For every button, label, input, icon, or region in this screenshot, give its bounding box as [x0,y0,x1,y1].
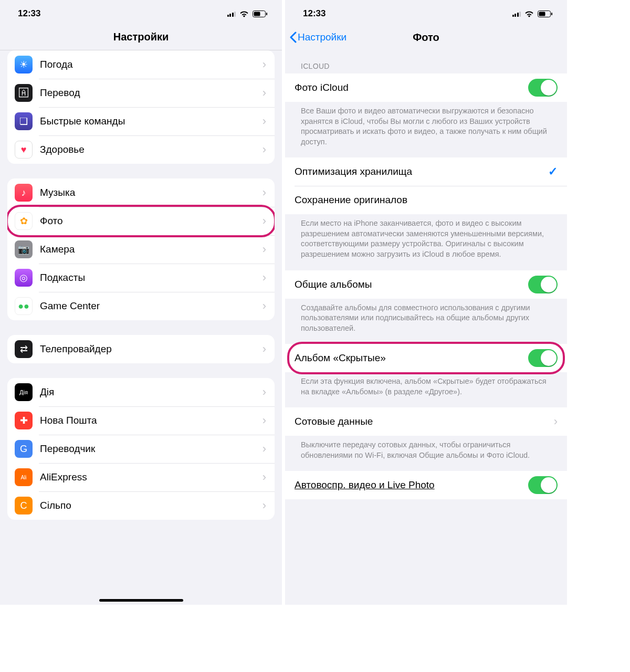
media-app-row[interactable]: 📷Камера› [7,235,275,264]
hidden-album-toggle[interactable] [528,349,558,367]
chevron-right-icon: › [262,342,266,356]
row-label: Здоровье [40,144,262,155]
nav-bar: Настройки Фото [285,24,567,50]
download-originals-row[interactable]: Сохранение оригиналов [285,186,567,214]
settings-list[interactable]: ☀Погода›🄰Перевод›❏Быстрые команды›♥Здоро… [0,50,282,605]
row-label: Подкасты [40,272,262,284]
shared-albums-row[interactable]: Общие альбомы [285,270,567,299]
settings-group-thirdparty: ДіяДія›✚Нова Пошта›GПереводчик›AliAliExp… [7,378,275,520]
hidden-album-label: Альбом «Скрытые» [295,352,528,364]
optimize-storage-row[interactable]: Оптимизация хранилища ✓ [285,158,567,186]
chevron-right-icon: › [262,271,266,285]
svg-rect-5 [551,13,552,15]
thirdparty-app-row[interactable]: AliAliExpress› [7,463,275,491]
status-time: 12:33 [303,8,326,19]
photos-settings-list[interactable]: ICLOUD Фото iCloud Все Ваши фото и видео… [285,50,567,605]
app-icon: ❏ [15,112,33,130]
row-label: Переводчик [40,443,262,455]
chevron-left-icon [289,32,297,43]
app-icon: ♪ [15,184,33,202]
row-label: Game Center [40,300,262,312]
chevron-right-icon: › [262,243,266,256]
thirdparty-app-row[interactable]: ССільпо› [7,491,275,520]
chevron-right-icon: › [262,58,266,71]
cellular-icon [227,10,236,17]
media-app-row[interactable]: ●●Game Center› [7,292,275,320]
status-time: 12:33 [18,8,40,19]
row-label: Быстрые команды [40,116,262,127]
svg-rect-4 [539,12,545,16]
chevron-right-icon: › [262,470,266,484]
system-app-row[interactable]: ❏Быстрые команды› [7,107,275,135]
chevron-right-icon: › [262,499,266,512]
shared-albums-footer: Создавайте альбомы для совместного испол… [285,299,567,336]
thirdparty-app-row[interactable]: ДіяДія› [7,378,275,406]
row-label: Сільпо [40,500,262,511]
chevron-right-icon: › [262,442,266,456]
system-app-row[interactable]: ♥Здоровье› [7,135,275,164]
row-label: Дія [40,386,262,398]
autoplay-row[interactable]: Автовоспр. видео и Live Photo [285,471,567,499]
back-button[interactable]: Настройки [289,32,346,43]
chevron-right-icon: › [262,299,266,313]
svg-rect-1 [254,12,260,16]
icloud-photos-toggle[interactable] [528,79,558,97]
cellular-footer: Выключите передачу сотовых данных, чтобы… [285,436,567,463]
svg-rect-2 [266,13,267,15]
optimize-storage-label: Оптимизация хранилища [295,166,548,177]
status-icons [227,10,268,17]
tv-provider-row[interactable]: ⇄Телепровайдер› [7,335,275,363]
icloud-photos-row[interactable]: Фото iCloud [285,74,567,102]
battery-icon [538,10,552,17]
media-app-row[interactable]: ✿Фото› [7,207,275,235]
checkmark-icon: ✓ [548,165,558,178]
app-icon: ◎ [15,269,33,287]
chevron-right-icon: › [262,143,266,156]
chevron-right-icon: › [554,415,558,428]
shared-albums-label: Общие альбомы [295,279,528,290]
home-indicator[interactable] [99,599,183,602]
thirdparty-app-row[interactable]: GПереводчик› [7,435,275,463]
autoplay-label: Автовоспр. видео и Live Photo [295,479,528,491]
back-label: Настройки [298,32,346,43]
row-label: Нова Пошта [40,415,262,426]
icloud-photos-footer: Все Ваши фото и видео автоматически выгр… [285,102,567,149]
row-label: AliExpress [40,471,262,483]
app-icon: ⇄ [15,340,33,358]
battery-icon [253,10,267,17]
app-icon: Ali [15,468,33,486]
chevron-right-icon: › [262,86,266,100]
chevron-right-icon: › [262,114,266,128]
icloud-photos-label: Фото iCloud [295,82,528,93]
download-originals-label: Сохранение оригиналов [295,194,558,206]
app-icon: 🄰 [15,84,33,102]
hidden-album-row[interactable]: Альбом «Скрытые» [285,344,567,372]
row-label: Камера [40,244,262,255]
row-label: Музыка [40,187,262,198]
status-bar: 12:33 [0,0,282,24]
row-label: Перевод [40,87,262,99]
chevron-right-icon: › [262,186,266,200]
cellular-data-row[interactable]: Сотовые данные › [285,407,567,436]
chevron-right-icon: › [262,414,266,427]
app-icon: ✿ [15,212,33,230]
shared-albums-toggle[interactable] [528,276,558,293]
app-icon: ☀ [15,56,33,74]
page-title: Фото [413,32,439,44]
app-icon: G [15,440,33,458]
autoplay-toggle[interactable] [528,476,558,494]
system-app-row[interactable]: 🄰Перевод› [7,79,275,107]
system-app-row[interactable]: ☀Погода› [7,50,275,79]
app-icon: ●● [15,297,33,315]
storage-footer: Если место на iPhone заканчивается, фото… [285,214,567,261]
media-app-row[interactable]: ♪Музыка› [7,178,275,207]
media-app-row[interactable]: ◎Подкасты› [7,264,275,292]
settings-screen: 12:33 Настройки ☀Погода›🄰Перевод›❏Быстры… [0,0,282,605]
chevron-right-icon: › [262,214,266,228]
row-label: Погода [40,59,262,70]
nav-bar: Настройки [0,24,282,50]
thirdparty-app-row[interactable]: ✚Нова Пошта› [7,406,275,435]
app-icon: ✚ [15,412,33,429]
app-icon: С [15,497,33,514]
hidden-album-footer: Если эта функция включена, альбом «Скрыт… [285,372,567,399]
